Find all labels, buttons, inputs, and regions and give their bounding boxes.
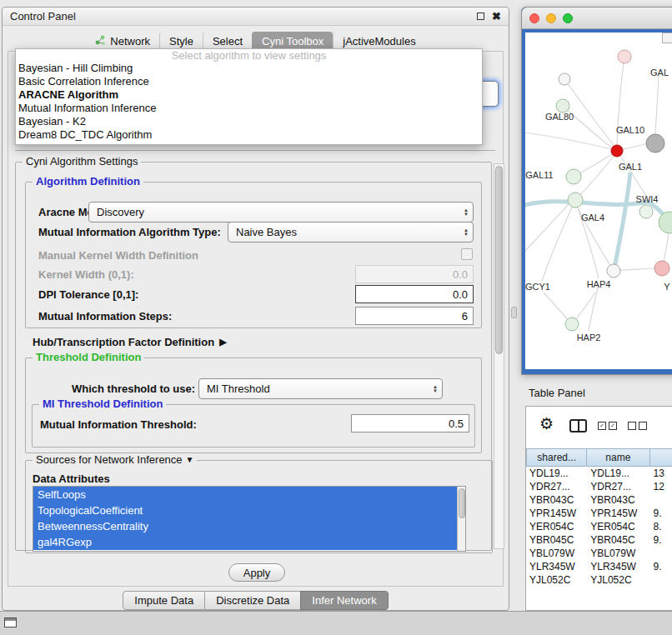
- gear-icon[interactable]: ⚙: [539, 416, 554, 432]
- network-node[interactable]: [556, 99, 569, 112]
- network-node[interactable]: [611, 145, 623, 157]
- attribute-item-selected[interactable]: TopologicalCoefficient: [33, 502, 457, 518]
- panel-toggle-icon[interactable]: [4, 618, 17, 628]
- network-node[interactable]: [654, 261, 669, 276]
- network-node-label: Y: [664, 282, 670, 292]
- tab-discretize-data[interactable]: Discretize Data: [204, 591, 301, 610]
- canvas-corner-box: [662, 32, 672, 43]
- column-header-shared-name[interactable]: shared...: [526, 448, 587, 467]
- dropdown-item[interactable]: Dream8 DC_TDC Algorithm: [16, 128, 482, 142]
- network-edge[interactable]: [525, 132, 611, 149]
- network-edge[interactable]: [614, 172, 630, 268]
- table-row[interactable]: YBR043CYBR043C: [526, 493, 672, 507]
- bottom-dock-strip: [0, 611, 672, 635]
- tab-infer-network[interactable]: Infer Network: [300, 591, 388, 610]
- network-canvas-svg[interactable]: GAL80GAL10GAL11GAL1SWI4GAL4GCY1HAP4YHAP2…: [525, 32, 672, 366]
- table-row[interactable]: YPR145WYPR145W9.: [526, 507, 672, 520]
- network-node-label: GAL80: [545, 112, 574, 122]
- mac-minimize-button[interactable]: [546, 13, 556, 23]
- manual-kernel-width-checkbox[interactable]: [461, 248, 473, 260]
- dpi-tolerance-field[interactable]: 0.0: [355, 285, 474, 303]
- dropdown-item[interactable]: Mutual Information Inference: [16, 102, 482, 115]
- dropdown-item[interactable]: Basic Correlation Inference: [16, 75, 482, 88]
- table-row[interactable]: YDR27...YDR27...12: [526, 480, 672, 493]
- hub-tf-definition-toggle[interactable]: Hub/Transcription Factor Definition ▶: [33, 336, 227, 348]
- aracne-mode-value: Discovery: [97, 206, 144, 218]
- tab-impute-data[interactable]: Impute Data: [123, 591, 205, 610]
- network-node-label: HAP2: [577, 332, 601, 342]
- splitter-handle[interactable]: [511, 307, 517, 318]
- network-node[interactable]: [568, 192, 583, 208]
- mi-algo-type-combo[interactable]: Naive Bayes ▲▼: [228, 222, 474, 242]
- attribute-item-selected[interactable]: gal4RGexp: [33, 534, 457, 550]
- mi-algo-type-value: Naive Bayes: [236, 226, 297, 238]
- dpi-tolerance-value: 0.0: [453, 288, 468, 301]
- kernel-width-field[interactable]: 0.0: [355, 265, 474, 283]
- dropdown-item[interactable]: Bayesian - K2: [16, 115, 482, 128]
- network-node[interactable]: [646, 134, 664, 152]
- expanded-arrow-icon: ▼: [186, 455, 194, 464]
- tab-cyni-toolbox-label: Cyni Toolbox: [262, 35, 323, 48]
- hidden-group-border: [15, 150, 495, 151]
- network-edge[interactable]: [589, 285, 599, 331]
- which-threshold-value: MI Threshold: [207, 382, 270, 395]
- dropdown-item[interactable]: Bayesian - Hill Climbing: [16, 62, 482, 75]
- table-row[interactable]: YBR045CYBR045C9.: [526, 533, 672, 547]
- network-node-label: GAL4: [581, 212, 604, 222]
- network-node[interactable]: [607, 264, 620, 278]
- combo-arrows-icon: ▲▼: [459, 228, 473, 237]
- kernel-width-value: 0.0: [453, 268, 468, 281]
- network-node[interactable]: [659, 212, 672, 233]
- tab-select-label: Select: [213, 35, 243, 48]
- table-row[interactable]: YDL19...YDL19...13: [526, 467, 672, 480]
- column-header-partial[interactable]: [650, 448, 672, 467]
- combo-arrows-icon: ▲▼: [459, 208, 473, 217]
- network-node[interactable]: [639, 205, 653, 218]
- attribute-item-selected[interactable]: BetweennessCentrality: [33, 518, 457, 534]
- table-row[interactable]: YER054CYER054C8.: [526, 520, 672, 533]
- sources-group-title[interactable]: Sources for Network Inference ▼: [33, 453, 197, 466]
- network-node[interactable]: [559, 73, 570, 85]
- aracne-mode-combo[interactable]: Discovery ▲▼: [88, 202, 474, 222]
- float-window-icon[interactable]: [477, 12, 484, 20]
- network-node-label: SWI4: [636, 194, 659, 204]
- network-node[interactable]: [618, 50, 631, 63]
- network-edge[interactable]: [525, 202, 649, 206]
- which-threshold-label: Which threshold to use:: [72, 382, 195, 395]
- network-edge[interactable]: [542, 200, 575, 281]
- network-node-label: GCY1: [525, 282, 550, 292]
- attribute-list-scrollbar[interactable]: [457, 487, 466, 551]
- network-edge[interactable]: [655, 76, 659, 134]
- table-row[interactable]: YJL052CYJL052C: [526, 573, 672, 587]
- select-all-icon[interactable]: ✓✓: [598, 422, 619, 430]
- network-node-label: GAL11: [525, 170, 553, 180]
- network-window-titlebar[interactable]: [522, 8, 672, 29]
- column-header-name[interactable]: name: [587, 448, 649, 467]
- table-row[interactable]: YBL079WYBL079W: [526, 547, 672, 560]
- settings-scrollbar[interactable]: [494, 163, 504, 549]
- network-edge[interactable]: [623, 143, 648, 149]
- network-node[interactable]: [565, 318, 579, 331]
- network-canvas[interactable]: GAL80GAL10GAL11GAL1SWI4GAL4GCY1HAP4YHAP2…: [525, 32, 672, 369]
- mi-steps-field[interactable]: 6: [355, 307, 474, 325]
- attribute-item-selected[interactable]: SelfLoops: [33, 487, 457, 502]
- close-icon[interactable]: ✖: [492, 11, 501, 22]
- network-node[interactable]: [566, 169, 581, 184]
- table-row[interactable]: YLR345WYLR345W9.: [526, 560, 672, 573]
- mi-threshold-value: 0.5: [449, 418, 464, 430]
- columns-icon[interactable]: [569, 419, 587, 432]
- apply-button[interactable]: Apply: [228, 563, 285, 582]
- scrollbar-thumb[interactable]: [459, 488, 465, 518]
- mi-threshold-field[interactable]: 0.5: [351, 414, 469, 432]
- algorithm-dropdown-list: Select algorithm to view settings Bayesi…: [15, 48, 483, 145]
- which-threshold-combo[interactable]: MI Threshold ▲▼: [198, 378, 443, 399]
- deselect-all-icon[interactable]: [628, 422, 649, 430]
- dropdown-item-selected[interactable]: ARACNE Algorithm: [16, 88, 482, 102]
- network-edge[interactable]: [525, 204, 569, 251]
- mac-zoom-button[interactable]: [563, 13, 573, 23]
- tab-style-label: Style: [169, 35, 193, 48]
- mac-close-button[interactable]: [529, 13, 539, 23]
- settings-scrollbar-thumb[interactable]: [495, 166, 503, 354]
- network-tab-icon: [95, 35, 106, 48]
- control-panel-titlebar[interactable]: Control Panel ✖: [3, 8, 509, 26]
